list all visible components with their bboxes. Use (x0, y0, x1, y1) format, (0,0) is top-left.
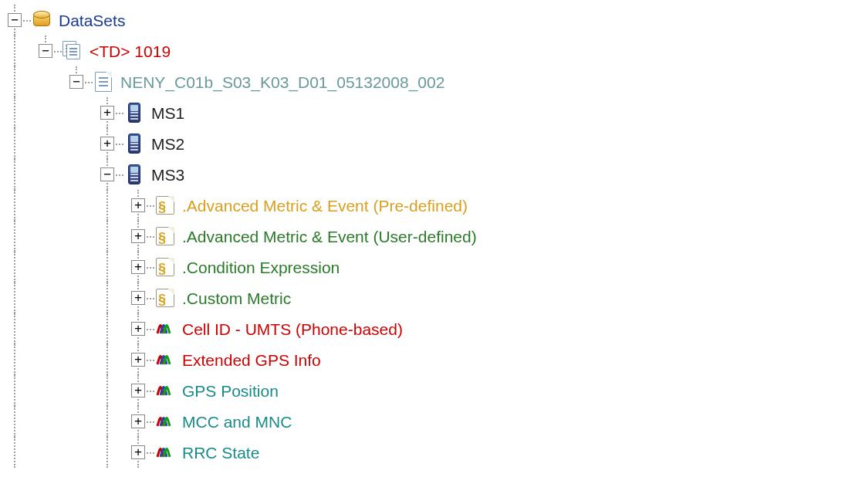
collapse-icon[interactable] (69, 75, 83, 89)
script-icon (154, 287, 176, 309)
tree-item-ms2[interactable]: MS2 (0, 128, 845, 159)
tree-connector (31, 344, 62, 375)
tree-connector (123, 437, 154, 468)
tree-item[interactable]: .Advanced Metric & Event (User-defined) (0, 221, 845, 252)
script-icon (154, 225, 176, 247)
tree-connector (0, 252, 31, 282)
tree-item[interactable]: Cell ID - UMTS (Phone-based) (0, 313, 845, 344)
tree-label: Cell ID - UMTS (Phone-based) (182, 320, 403, 339)
tree-connector (62, 406, 93, 437)
tree-connector (62, 128, 93, 159)
tree-connector (0, 406, 31, 437)
tree-item[interactable]: .Condition Expression (0, 252, 845, 282)
tree-label: MCC and MNC (182, 412, 292, 431)
tree-connector (62, 97, 93, 128)
tree-item[interactable]: .Custom Metric (0, 282, 845, 313)
collapse-icon[interactable] (8, 13, 22, 27)
tree-connector (93, 97, 123, 128)
tree-connector (62, 344, 93, 375)
tree-connector (0, 36, 31, 66)
tree-label: NENY_C01b_S03_K03_D01_05132008_002 (120, 73, 444, 92)
tree-label: DataSets (59, 11, 125, 30)
tree-item[interactable]: MCC and MNC (0, 406, 845, 437)
tree-connector (123, 252, 154, 282)
phone-icon (123, 102, 145, 123)
tree-connector (31, 252, 62, 282)
tree-connector (93, 190, 123, 221)
tree-item[interactable]: RRC State (0, 437, 845, 468)
tree-connector (31, 159, 62, 190)
expand-icon[interactable] (131, 353, 145, 367)
expand-icon[interactable] (131, 291, 145, 305)
tree-connector (93, 252, 123, 282)
tree-connector (0, 66, 31, 97)
tree-connector (123, 406, 154, 437)
tree-connector (0, 437, 31, 468)
tree-children-ms3: .Advanced Metric & Event (Pre-defined).A… (0, 190, 845, 468)
tree-connector (0, 375, 31, 406)
tree-item[interactable]: GPS Position (0, 375, 845, 406)
tree-label: Extended GPS Info (182, 350, 321, 370)
tree-label: <TD> 1019 (90, 42, 171, 61)
tree-connector (31, 190, 62, 221)
expand-icon[interactable] (131, 384, 145, 397)
tree-connector (93, 221, 123, 252)
tree-connector (31, 36, 62, 66)
expand-icon[interactable] (131, 260, 145, 274)
tree-view: DataSets <TD> 1019 NENY_C01b_S03_K03_D01… (0, 0, 845, 468)
tree-connector (0, 5, 31, 36)
tree-connector (0, 313, 31, 344)
phone-icon (123, 164, 145, 185)
tree-label: MS2 (151, 134, 184, 154)
tree-connector (93, 375, 123, 406)
tree-connector (123, 282, 154, 313)
tree-item-td[interactable]: <TD> 1019 (0, 36, 845, 66)
signal-icon (154, 441, 176, 463)
tree-item[interactable]: .Advanced Metric & Event (Pre-defined) (0, 190, 845, 221)
expand-icon[interactable] (131, 445, 145, 459)
phone-icon (123, 133, 145, 154)
tree-connector (31, 128, 62, 159)
tree-connector (0, 97, 31, 128)
tree-item-ms3[interactable]: MS3 (0, 159, 845, 190)
expand-icon[interactable] (131, 198, 145, 212)
document-icon (93, 71, 114, 93)
collapse-icon[interactable] (100, 167, 114, 181)
tree-label: MS1 (151, 103, 184, 123)
tree-connector (93, 437, 123, 468)
tree-item-datasets[interactable]: DataSets (0, 5, 845, 36)
signal-icon (154, 349, 176, 370)
tree-connector (93, 344, 123, 375)
tree-connector (31, 375, 62, 406)
expand-icon[interactable] (131, 322, 145, 336)
tree-label: MS3 (151, 165, 184, 184)
tree-connector (93, 128, 123, 159)
tree-item-file[interactable]: NENY_C01b_S03_K03_D01_05132008_002 (0, 66, 845, 97)
expand-icon[interactable] (131, 414, 145, 428)
tree-label: .Advanced Metric & Event (User-defined) (182, 227, 477, 246)
tree-connector (0, 128, 31, 159)
tree-label: GPS Position (182, 381, 279, 401)
tree-connector (31, 282, 62, 313)
tree-connector (62, 282, 93, 313)
tree-label: .Custom Metric (182, 289, 291, 308)
signal-icon (154, 380, 176, 401)
tree-item-ms1[interactable]: MS1 (0, 97, 845, 128)
expand-icon[interactable] (131, 229, 145, 243)
expand-icon[interactable] (100, 137, 114, 151)
documents-icon (62, 40, 83, 62)
tree-connector (0, 221, 31, 252)
tree-connector (0, 282, 31, 313)
tree-connector (93, 159, 123, 190)
tree-connector (93, 406, 123, 437)
tree-connector (31, 97, 62, 128)
script-icon (154, 256, 176, 278)
tree-connector (123, 313, 154, 344)
expand-icon[interactable] (100, 106, 114, 120)
tree-connector (62, 159, 93, 190)
tree-connector (0, 190, 31, 221)
signal-icon (154, 411, 176, 432)
tree-connector (31, 313, 62, 344)
collapse-icon[interactable] (39, 44, 52, 58)
tree-item[interactable]: Extended GPS Info (0, 344, 845, 375)
